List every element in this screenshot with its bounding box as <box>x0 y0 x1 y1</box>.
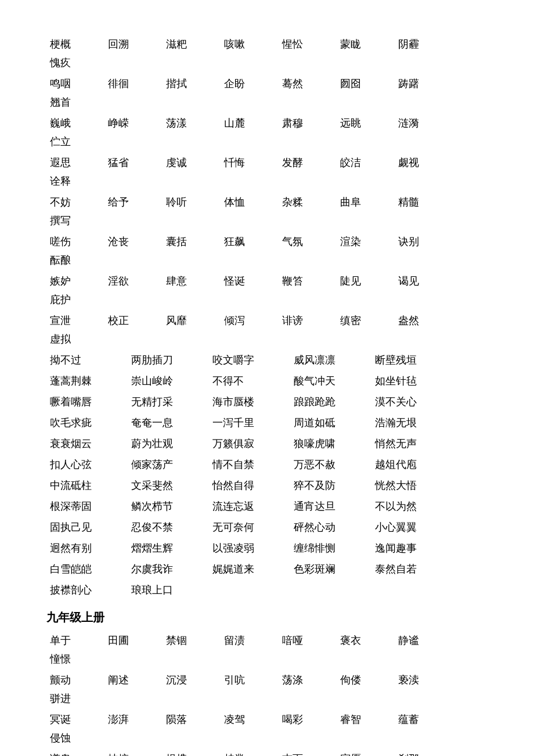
word-cell: 回溯 <box>104 35 163 53</box>
word-cell: 给予 <box>104 193 163 211</box>
word-cell: 蒙眬 <box>337 35 395 53</box>
idiom-cell: 两肋插刀 <box>128 351 209 369</box>
word-row: 不妨给予聆听体恤杂糅曲阜精髓撰写 <box>46 193 488 230</box>
word-row: 嫉妒淫欲肆意怪诞鞭笞陡见谒见庇护 <box>46 272 488 309</box>
idiom-cell: 忍俊不禁 <box>128 518 209 537</box>
idiom-cell: 倾家荡产 <box>128 455 209 474</box>
idiom-row: 扣人心弦倾家荡产情不自禁万恶不赦越俎代庖 <box>46 455 488 474</box>
word-cell: 杂糅 <box>279 193 337 211</box>
word-cell: 诽谤 <box>279 311 337 330</box>
nine-word-row: 谦卑扶掖提携枘凿志忑宿愿刹那伫立 <box>46 750 488 756</box>
idiom-cell: 固执己见 <box>46 518 128 537</box>
idiom-cell: 情不自禁 <box>209 455 290 474</box>
word-cell: 气氛 <box>279 232 337 251</box>
word-cell: 怪诞 <box>221 272 279 290</box>
idiom-cell: 通宵达旦 <box>290 497 371 516</box>
word-cell: 体恤 <box>221 193 279 211</box>
idiom-cell: 娓娓道来 <box>209 560 290 578</box>
section-title-nine: 九年级上册 <box>46 610 488 625</box>
nine-word-cell: 枘凿 <box>221 750 279 756</box>
idiom-cell: 小心翼翼 <box>371 518 453 537</box>
idiom-cell: 崇山峻岭 <box>128 372 209 390</box>
idiom-row: 蓬蒿荆棘崇山峻岭不得不酸气冲天如坐针毡 <box>46 372 488 390</box>
idiom-cell: 断壁残垣 <box>371 351 453 369</box>
word-cell: 陡见 <box>337 272 395 290</box>
word-cell: 忏悔 <box>221 153 279 172</box>
word-cell: 滋粑 <box>163 35 221 53</box>
word-cell: 阴霾 <box>395 35 453 53</box>
idiom-cell: 文采斐然 <box>128 476 209 495</box>
idiom-row: 拗不过两肋插刀咬文嚼字威风凛凛断壁残垣 <box>46 351 488 369</box>
idiom-cell: 披襟剖心 <box>46 581 128 599</box>
word-cell: 校正 <box>104 311 163 330</box>
word-cell: 虔诚 <box>163 153 221 172</box>
word-cell: 不妨 <box>46 193 104 211</box>
idiom-cell: 狼嚎虎啸 <box>290 434 371 453</box>
nine-word-row: 颤动阐述沉浸引吭荡涤佝偻亵渎骈进 <box>46 671 488 708</box>
nine-word-cell: 陨落 <box>163 710 221 729</box>
nine-word-cell: 蕴蓄 <box>395 710 453 729</box>
nine-word-cell: 禁锢 <box>163 631 221 650</box>
idiom-cell: 中流砥柱 <box>46 476 128 495</box>
idiom-cell: 根深蒂固 <box>46 497 128 516</box>
word-cell: 愧疚 <box>46 53 104 72</box>
idiom-cell: 不得不 <box>209 372 290 390</box>
word-cell: 咳嗽 <box>221 35 279 53</box>
word-cell: 惺忪 <box>279 35 337 53</box>
word-cell: 发酵 <box>279 153 337 172</box>
word-cell: 诀别 <box>395 232 453 251</box>
word-cell: 翘首 <box>46 93 104 111</box>
word-cell: 狂飙 <box>221 232 279 251</box>
nine-word-cell: 喑哑 <box>279 631 337 650</box>
idiom-cell: 如坐针毡 <box>371 372 453 390</box>
idiom-row: 噘着嘴唇无精打采海市蜃楼踉踉跄跄漠不关心 <box>46 393 488 411</box>
nine-word-cell: 颤动 <box>46 671 104 689</box>
word-cell: 梗概 <box>46 35 104 53</box>
idiom-cell: 猝不及防 <box>290 476 371 495</box>
nine-word-cell: 褒衣 <box>337 631 395 650</box>
nine-word-cell: 憧憬 <box>46 650 104 668</box>
idiom-cell: 踉踉跄跄 <box>290 393 371 411</box>
idiom-cell: 漠不关心 <box>371 393 453 411</box>
idiom-row: 衰衰烟云蔚为壮观万籁俱寂狼嚎虎啸悄然无声 <box>46 434 488 453</box>
word-cell: 虚拟 <box>46 330 104 348</box>
idiom-row: 白雪皑皑尔虞我诈娓娓道来色彩斑斓泰然自若 <box>46 560 488 578</box>
nine-word-cell: 刹那 <box>395 750 453 756</box>
idiom-cell: 悄然无声 <box>371 434 453 453</box>
word-cell: 渲染 <box>337 232 395 251</box>
nine-word-cell: 志忑 <box>279 750 337 756</box>
nine-word-cell: 田圃 <box>104 631 163 650</box>
nine-word-cell: 凌驾 <box>221 710 279 729</box>
idiom-cell: 尔虞我诈 <box>128 560 209 578</box>
word-cell: 肆意 <box>163 272 221 290</box>
idiom-cell: 以强凌弱 <box>209 539 290 557</box>
word-cell: 肃穆 <box>279 114 337 132</box>
idiom-cell: 海市蜃楼 <box>209 393 290 411</box>
idiom-cell: 熠熠生辉 <box>128 539 209 557</box>
word-cell: 囊括 <box>163 232 221 251</box>
word-cell: 山麓 <box>221 114 279 132</box>
idiom-cell: 不以为然 <box>371 497 453 516</box>
word-cell: 远眺 <box>337 114 395 132</box>
word-cell: 淫欲 <box>104 272 163 290</box>
idiom-cell: 酸气冲天 <box>290 372 371 390</box>
word-cell: 猛省 <box>104 153 163 172</box>
nine-word-cell: 冥诞 <box>46 710 104 729</box>
nine-grade-section: 单于田圃禁锢留渍喑哑褒衣静谧憧憬颤动阐述沉浸引吭荡涤佝偻亵渎骈进冥诞澎湃陨落凌驾… <box>46 631 488 756</box>
idiom-row: 根深蒂固鳞次栉节流连忘返通宵达旦不以为然 <box>46 497 488 516</box>
idiom-row: 披襟剖心琅琅上口 <box>46 581 488 599</box>
word-row: 遐思猛省虔诚忏悔发酵皎洁觑视诠释 <box>46 153 488 190</box>
nine-word-cell: 澎湃 <box>104 710 163 729</box>
idiom-cell: 扣人心弦 <box>46 455 128 474</box>
word-cell: 揩拭 <box>163 74 221 93</box>
idiom-row: 固执己见忍俊不禁无可奈何砰然心动小心翼翼 <box>46 518 488 537</box>
word-cell: 企盼 <box>221 74 279 93</box>
word-cell: 宣泄 <box>46 311 104 330</box>
idiom-cell: 一泻千里 <box>209 413 290 432</box>
word-cell: 蓦然 <box>279 74 337 93</box>
word-cell: 酝酿 <box>46 251 104 269</box>
nine-word-cell: 宿愿 <box>337 750 395 756</box>
idiom-cell: 逸闻趣事 <box>371 539 453 557</box>
nine-word-cell: 沉浸 <box>163 671 221 689</box>
word-cell: 撰写 <box>46 211 104 230</box>
